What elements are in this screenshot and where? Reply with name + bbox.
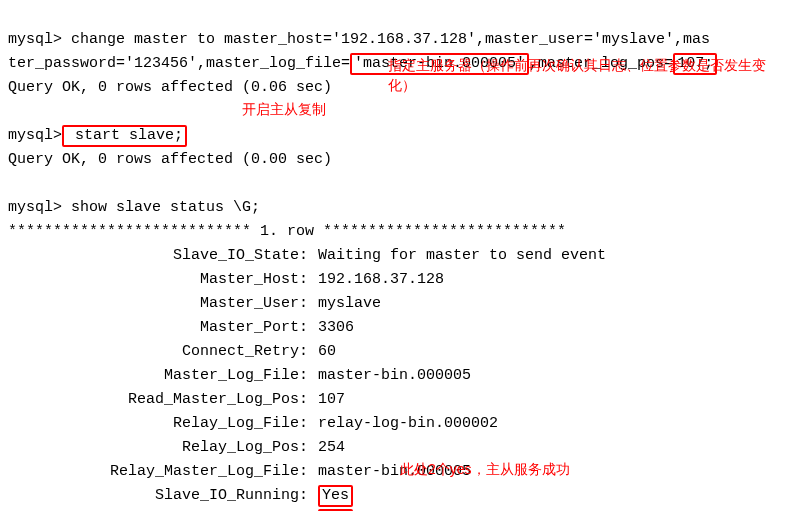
status-row: Slave_IO_Running:Yes <box>8 484 791 508</box>
status-row: Master_Host:192.168.37.128 <box>8 268 791 292</box>
status-value: master-bin.000005 <box>308 364 471 388</box>
annotation-two-yes: 此处2个yes，主从服务成功 <box>400 460 570 480</box>
status-value: relay-log-bin.000002 <box>308 412 498 436</box>
annotation-spec-master: 指定主服务器（操作前再次确认其日志、位置参数是否发生变化） <box>388 56 768 95</box>
status-key: Relay_Log_Pos: <box>8 436 308 460</box>
cmd-change-master-2a: ter_password='123456',master_log_file= <box>8 55 350 72</box>
status-key: Relay_Master_Log_File: <box>8 460 308 484</box>
prompt: mysql> <box>8 127 62 144</box>
status-value: 254 <box>308 436 345 460</box>
status-row: Relay_Log_Pos:254 <box>8 436 791 460</box>
status-key: Slave_IO_Running: <box>8 484 308 508</box>
status-key: Read_Master_Log_Pos: <box>8 388 308 412</box>
status-key: Slave_IO_State: <box>8 244 308 268</box>
status-row: Relay_Log_File:relay-log-bin.000002 <box>8 412 791 436</box>
status-key: Master_User: <box>8 292 308 316</box>
status-row: Slave_IO_State:Waiting for master to sen… <box>8 244 791 268</box>
status-value: Yes <box>308 484 353 508</box>
status-value: 107 <box>308 388 345 412</box>
cmd-change-master-1: change master to master_host='192.168.37… <box>62 31 710 48</box>
annotation-start-replication: 开启主从复制 <box>242 100 326 120</box>
prompt: mysql> <box>8 31 62 48</box>
result-ok-1: Query OK, 0 rows affected (0.06 sec) <box>8 79 332 96</box>
status-value: myslave <box>308 292 381 316</box>
status-key: Master_Log_File: <box>8 364 308 388</box>
row-header: *************************** 1. row *****… <box>8 223 566 240</box>
status-key: Connect_Retry: <box>8 340 308 364</box>
status-value: 3306 <box>308 316 354 340</box>
start-slave-box: start slave; <box>62 125 187 147</box>
status-key: Relay_Log_File: <box>8 412 308 436</box>
prompt: mysql> <box>8 199 62 216</box>
cmd-show-status: show slave status \G; <box>62 199 260 216</box>
status-value: 192.168.37.128 <box>308 268 444 292</box>
status-value-box: Yes <box>318 485 353 507</box>
status-value: 60 <box>308 340 336 364</box>
status-row: Master_User:myslave <box>8 292 791 316</box>
status-key: Master_Host: <box>8 268 308 292</box>
status-row: Master_Log_File:master-bin.000005 <box>8 364 791 388</box>
result-ok-2: Query OK, 0 rows affected (0.00 sec) <box>8 151 332 168</box>
status-key: Master_Port: <box>8 316 308 340</box>
status-row: Read_Master_Log_Pos:107 <box>8 388 791 412</box>
status-value: Waiting for master to send event <box>308 244 606 268</box>
status-row: Connect_Retry:60 <box>8 340 791 364</box>
status-row: Master_Port:3306 <box>8 316 791 340</box>
